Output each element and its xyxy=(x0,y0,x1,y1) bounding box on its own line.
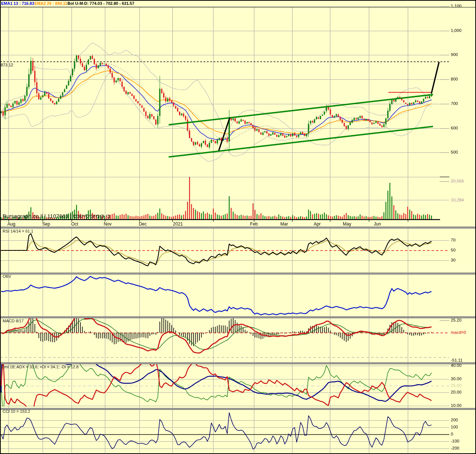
bollinger-legend: Bol U-M-D: 774.03 - 702.80 - 631.57 xyxy=(67,1,134,6)
chart-canvas xyxy=(0,0,476,454)
watermark: Bursagraph.co.il | 1107663 | בי קומיוניק… xyxy=(3,213,110,219)
ema2-legend: EMA2 26 : 694.11 xyxy=(34,1,67,6)
rsi-axis-label: 70 xyxy=(451,238,456,243)
month-axis-label: Mar xyxy=(280,222,288,226)
dmi-axis-label: 30.00 xyxy=(451,377,462,381)
ema1-legend: EMA1 13 : 716.83 xyxy=(1,1,34,6)
macd-axis-label: macd=0 xyxy=(451,330,466,335)
month-axis-label: May xyxy=(343,222,351,226)
price-axis-label: 1,000 xyxy=(451,29,462,33)
month-axis-label: Dec xyxy=(139,222,146,226)
volume-axis-label: 10,284 xyxy=(451,198,464,203)
price-axis-label: 800 xyxy=(451,77,458,82)
month-axis-label: Sep xyxy=(42,222,50,226)
macd-panel-label: MACD 8/17 xyxy=(3,319,24,323)
rsi-axis-label: 50 xyxy=(451,248,456,253)
dmi-panel-label: Dmi 18; ADX = 33.6; +Di = 34.1; -Di = 12… xyxy=(1,365,79,369)
cci-axis-label: 0 xyxy=(451,432,453,437)
month-axis-label: Jun xyxy=(374,222,381,226)
price-axis-label: 1,100 xyxy=(451,4,462,9)
price-axis-label: 600 xyxy=(451,126,458,131)
volume-axis-label: 20,569 xyxy=(451,179,464,184)
month-axis-label: Apr xyxy=(314,222,321,226)
macd-axis-label: 25.20 xyxy=(451,318,462,323)
cci-panel-label: CCI 10 = 153.2 xyxy=(3,409,30,414)
cci-axis-label: 100 xyxy=(451,425,458,430)
price-axis-label: 500 xyxy=(451,150,458,155)
level-annotation: 873.12 xyxy=(1,63,13,67)
dmi-axis-label: 25.00 xyxy=(451,384,462,388)
month-axis-label: 2021 xyxy=(173,222,183,226)
obv-panel-label: OBV xyxy=(3,274,11,279)
month-axis-label: Oct xyxy=(71,222,78,226)
rsi-panel-label: RSI 14/14 = 61.1 xyxy=(3,229,33,233)
macd-axis-label: -51.11 xyxy=(451,358,463,363)
month-axis-label: Feb xyxy=(250,222,258,226)
dmi-axis-label: 20.00 xyxy=(451,390,462,395)
dmi-axis-label: 10.00 xyxy=(451,404,462,408)
month-axis-label: Aug xyxy=(7,222,15,226)
dmi-axis-label: 40.00 xyxy=(451,363,462,368)
cci-axis-label: -100 xyxy=(451,439,459,444)
cci-axis-label: -200 xyxy=(451,446,459,451)
month-axis-label: Nov xyxy=(104,222,112,226)
price-axis-label: 900 xyxy=(451,53,458,57)
price-axis-label: 700 xyxy=(451,102,458,106)
cci-axis-label: 200 xyxy=(451,418,458,422)
rsi-axis-label: 30 xyxy=(451,258,456,263)
stock-chart: EMA1 13 : 716.83 EMA2 26 : 694.11 Bol U-… xyxy=(0,0,476,454)
